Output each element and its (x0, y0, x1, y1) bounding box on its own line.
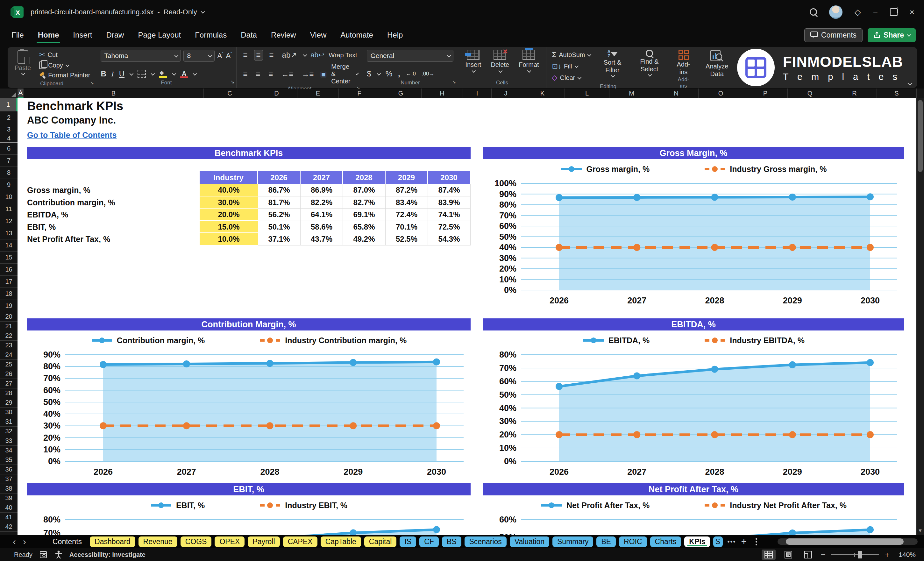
cut-button[interactable]: ✂Cut (38, 50, 92, 60)
horizontal-scrollbar[interactable] (777, 538, 918, 545)
kpi-value-cell[interactable]: 37.1% (258, 233, 301, 246)
kpi-value-cell[interactable]: 86.9% (301, 184, 343, 196)
row-header-36[interactable]: 36 (0, 465, 18, 474)
row-header-16[interactable]: 16 (0, 264, 18, 276)
menu-tab-help[interactable]: Help (387, 28, 404, 42)
underline-button[interactable]: U (119, 69, 124, 78)
sheet-tab-capital[interactable]: Capital (364, 537, 397, 547)
kpi-industry-cell[interactable]: 20.0% (200, 208, 258, 221)
sheet-tab-cf[interactable]: CF (419, 537, 439, 547)
align-left-button[interactable]: ≡ (241, 69, 249, 79)
kpi-value-cell[interactable]: 65.8% (343, 221, 386, 233)
row-header-29[interactable]: 29 (0, 398, 18, 408)
restore-button[interactable] (890, 8, 898, 16)
column-header-N[interactable]: N (654, 88, 699, 98)
number-format-combo[interactable]: General (367, 50, 453, 62)
sheet-tab-summary[interactable]: Summary (552, 537, 593, 547)
row-header-9[interactable]: 9 (0, 179, 18, 191)
autosum-button[interactable]: ΣAutoSum (551, 50, 592, 60)
chart-npat[interactable]: Net Profit After Tax, %Net Profit After … (483, 483, 904, 535)
zoom-slider-thumb[interactable] (858, 551, 862, 558)
kpi-column-header-2027[interactable]: 2027 (301, 171, 343, 184)
page-layout-view-button[interactable] (782, 549, 795, 560)
premium-diamond-icon[interactable]: ◇ (855, 8, 861, 16)
row-header-37[interactable]: 37 (0, 474, 18, 484)
merge-center-button[interactable]: Merge & Center (331, 63, 351, 85)
sheet-tab-dashboard[interactable]: Dashboard (90, 537, 135, 547)
column-header-D[interactable]: D (256, 88, 297, 98)
page-break-preview-button[interactable] (801, 549, 815, 560)
sheet-tab-s[interactable]: S (713, 537, 723, 547)
column-header-O[interactable]: O (699, 88, 743, 98)
accounting-format-button[interactable]: $ (367, 69, 371, 78)
kpi-value-cell[interactable]: 64.1% (301, 208, 343, 221)
row-header-18[interactable]: 18 (0, 288, 18, 300)
sheet-tab-opex[interactable]: OPEX (214, 537, 244, 547)
chevron-down-icon[interactable] (201, 9, 205, 14)
decrease-font-size-button[interactable]: Aˇ (226, 52, 232, 60)
column-header-B[interactable]: B (24, 88, 204, 98)
zoom-out-button[interactable]: − (821, 550, 826, 560)
row-header-38[interactable]: 38 (0, 484, 18, 494)
column-header-H[interactable]: H (422, 88, 463, 98)
sheet-tab-valuation[interactable]: Valuation (510, 537, 549, 547)
sheet-tab-roic[interactable]: ROIC (619, 537, 647, 547)
row-header-14[interactable]: 14 (0, 239, 18, 252)
accessibility-icon[interactable] (55, 550, 62, 559)
kpi-value-cell[interactable]: 43.7% (301, 233, 343, 246)
kpi-value-cell[interactable]: 72.5% (428, 221, 471, 233)
menu-tab-page-layout[interactable]: Page Layout (137, 28, 182, 42)
kpi-value-cell[interactable]: 82.7% (343, 196, 386, 209)
insert-cells-button[interactable]: Insert (463, 50, 484, 73)
increase-indent-button[interactable]: →≡ (300, 69, 316, 79)
addins-button[interactable]: Add-ins (675, 50, 692, 76)
column-header-J[interactable]: J (492, 88, 520, 98)
row-header-7[interactable]: 7 (0, 155, 18, 167)
kpi-value-cell[interactable]: 49.2% (343, 233, 386, 246)
kpi-value-cell[interactable]: 72.4% (386, 208, 428, 221)
increase-decimal-button[interactable]: ←.0 (406, 70, 416, 77)
row-header-8[interactable]: 8 (0, 167, 18, 179)
kpi-row-label[interactable]: Gross margin, % (27, 184, 90, 196)
menu-tab-file[interactable]: File (11, 28, 24, 42)
font-size-combo[interactable]: 8 (183, 50, 214, 62)
align-right-button[interactable]: ≡ (267, 69, 275, 79)
chevron-down-icon[interactable] (303, 52, 307, 57)
wrap-text-button[interactable]: Wrap Text (328, 52, 357, 59)
row-header-28[interactable]: 28 (0, 388, 18, 398)
fill-button[interactable]: ⊡↓Fill (551, 61, 592, 71)
row-header-30[interactable]: 30 (0, 408, 18, 417)
row-header-2[interactable]: 2 (0, 111, 18, 124)
analyze-data-button[interactable]: Analyze Data (702, 50, 733, 78)
row-header-3[interactable]: 3 (0, 124, 18, 135)
kpi-value-cell[interactable]: 87.2% (386, 184, 428, 196)
paste-button[interactable]: Paste (12, 50, 33, 76)
comments-button[interactable]: Comments (804, 28, 862, 42)
normal-view-button[interactable] (762, 549, 776, 560)
row-header-10[interactable]: 10 (0, 191, 18, 203)
row-header-25[interactable]: 25 (0, 360, 18, 369)
column-header-F[interactable]: F (339, 88, 380, 98)
menu-tab-view[interactable]: View (309, 28, 327, 42)
orientation-button[interactable]: ab↗ (280, 50, 299, 60)
decrease-indent-button[interactable]: ←≡ (279, 69, 296, 79)
row-header-15[interactable]: 15 (0, 252, 18, 264)
kpi-value-cell[interactable]: 54.3% (428, 233, 471, 246)
row-header-24[interactable]: 24 (0, 350, 18, 360)
copy-button[interactable]: Copy (38, 60, 92, 70)
chevron-down-icon[interactable] (193, 71, 197, 75)
minimize-button[interactable]: − (873, 8, 878, 16)
row-header-27[interactable]: 27 (0, 379, 18, 388)
zoom-level[interactable]: 140% (896, 551, 916, 558)
chart-contribution[interactable]: Contribution Margin, %Contribution margi… (27, 318, 471, 483)
sort-filter-button[interactable]: AZ Sort & Filter (596, 50, 628, 77)
italic-button[interactable]: I (111, 70, 114, 78)
row-header-34[interactable]: 34 (0, 446, 18, 455)
align-center-button[interactable]: ≡ (254, 69, 262, 79)
chevron-down-icon[interactable] (130, 71, 134, 75)
kpi-column-header-2029[interactable]: 2029 (386, 171, 428, 184)
kpi-row-label[interactable]: EBIT, % (27, 221, 56, 233)
sheet-tab-contents[interactable]: Contents (48, 537, 87, 547)
accessibility-status[interactable]: Accessibility: Investigate (69, 551, 146, 558)
kpi-value-cell[interactable]: 82.2% (301, 196, 343, 209)
